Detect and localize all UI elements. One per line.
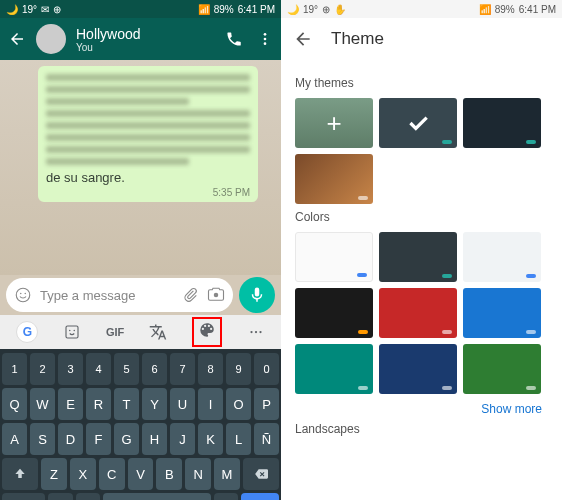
- message-input-bar: Type a message: [0, 275, 281, 315]
- back-icon[interactable]: [293, 29, 313, 49]
- status-bar: 🌙19°⊕✋ 📶89%6:41 PM: [281, 0, 562, 18]
- chat-area: de su sangre. 5:35 PM: [0, 60, 281, 275]
- key-symbols[interactable]: ?123: [2, 493, 45, 500]
- call-icon[interactable]: [225, 30, 243, 48]
- key-backspace[interactable]: [243, 458, 279, 490]
- page-title: Theme: [331, 29, 384, 49]
- key-k[interactable]: K: [198, 423, 223, 455]
- key-c[interactable]: C: [99, 458, 125, 490]
- key-i[interactable]: I: [198, 388, 223, 420]
- section-landscapes: Landscapes: [295, 422, 548, 436]
- theme-tile[interactable]: [463, 98, 541, 148]
- svg-point-9: [250, 331, 252, 333]
- emoji-icon[interactable]: [14, 286, 32, 304]
- svg-point-2: [264, 42, 267, 45]
- key-e[interactable]: E: [58, 388, 83, 420]
- theme-tile-red[interactable]: [379, 288, 457, 338]
- key-w[interactable]: W: [30, 388, 55, 420]
- theme-tile-blue[interactable]: [463, 288, 541, 338]
- theme-add[interactable]: +: [295, 98, 373, 148]
- svg-point-4: [20, 293, 22, 295]
- theme-tile-charcoal[interactable]: [379, 232, 457, 282]
- key-p[interactable]: P: [254, 388, 279, 420]
- status-bar: 🌙19°✉⊕ 📶89%6:41 PM: [0, 0, 281, 18]
- theme-tile-navy[interactable]: [379, 344, 457, 394]
- menu-icon[interactable]: [257, 30, 273, 48]
- key-1[interactable]: 1: [2, 353, 27, 385]
- key-h[interactable]: H: [142, 423, 167, 455]
- key-q[interactable]: Q: [2, 388, 27, 420]
- theme-tile-black[interactable]: [295, 288, 373, 338]
- section-colors: Colors: [295, 210, 548, 224]
- key-o[interactable]: O: [226, 388, 251, 420]
- camera-icon[interactable]: [207, 286, 225, 304]
- sticker-icon[interactable]: [63, 323, 81, 341]
- key-f[interactable]: F: [86, 423, 111, 455]
- back-icon[interactable]: [8, 30, 26, 48]
- translate-icon[interactable]: [149, 323, 167, 341]
- message-text: de su sangre.: [46, 170, 250, 185]
- svg-rect-6: [66, 326, 78, 338]
- key-s[interactable]: S: [30, 423, 55, 455]
- key-z[interactable]: Z: [41, 458, 67, 490]
- key-5[interactable]: 5: [114, 353, 139, 385]
- svg-point-5: [25, 293, 27, 295]
- key-9[interactable]: 9: [226, 353, 251, 385]
- key-u[interactable]: U: [170, 388, 195, 420]
- key-0[interactable]: 0: [254, 353, 279, 385]
- key-y[interactable]: Y: [142, 388, 167, 420]
- contact-name: Hollywood: [76, 26, 215, 42]
- svg-point-3: [16, 288, 30, 302]
- avatar[interactable]: [36, 24, 66, 54]
- key-v[interactable]: V: [128, 458, 154, 490]
- theme-button-highlight: [192, 317, 222, 347]
- key-t[interactable]: T: [114, 388, 139, 420]
- theme-tile[interactable]: [295, 154, 373, 204]
- key-enter[interactable]: [241, 493, 279, 500]
- key-2[interactable]: 2: [30, 353, 55, 385]
- key-m[interactable]: M: [214, 458, 240, 490]
- theme-icon[interactable]: [198, 321, 216, 339]
- key-3[interactable]: 3: [58, 353, 83, 385]
- key-period[interactable]: .: [214, 493, 238, 500]
- key-n[interactable]: N: [185, 458, 211, 490]
- theme-tile-teal[interactable]: [295, 344, 373, 394]
- key-d[interactable]: D: [58, 423, 83, 455]
- message-input[interactable]: Type a message: [6, 278, 233, 312]
- key-l[interactable]: L: [226, 423, 251, 455]
- gboard-suggestion-strip: G GIF: [0, 315, 281, 349]
- key-j[interactable]: J: [170, 423, 195, 455]
- key-8[interactable]: 8: [198, 353, 223, 385]
- key-a[interactable]: A: [2, 423, 27, 455]
- svg-point-0: [264, 33, 267, 36]
- gif-button[interactable]: GIF: [106, 326, 124, 338]
- svg-point-8: [74, 330, 76, 332]
- key-shift[interactable]: [2, 458, 38, 490]
- key-space[interactable]: ES · EN: [103, 493, 211, 500]
- svg-point-7: [69, 330, 71, 332]
- show-more-link[interactable]: Show more: [295, 402, 542, 416]
- key-4[interactable]: 4: [86, 353, 111, 385]
- contact-title[interactable]: Hollywood You: [76, 26, 215, 53]
- message-bubble[interactable]: de su sangre. 5:35 PM: [38, 66, 258, 202]
- theme-tile-white[interactable]: [295, 232, 373, 282]
- mic-button[interactable]: [239, 277, 275, 313]
- key-g[interactable]: G: [114, 423, 139, 455]
- attach-icon[interactable]: [181, 286, 199, 304]
- key-r[interactable]: R: [86, 388, 111, 420]
- google-icon[interactable]: G: [16, 321, 38, 343]
- key-x[interactable]: X: [70, 458, 96, 490]
- key-7[interactable]: 7: [170, 353, 195, 385]
- theme-current[interactable]: [379, 98, 457, 148]
- message-time: 5:35 PM: [46, 187, 250, 198]
- key-enye[interactable]: Ñ: [254, 423, 279, 455]
- keyboard: 1 2 3 4 5 6 7 8 9 0 Q W E R T Y U I O P …: [0, 349, 281, 500]
- key-6[interactable]: 6: [142, 353, 167, 385]
- theme-tile-light[interactable]: [463, 232, 541, 282]
- theme-tile-green[interactable]: [463, 344, 541, 394]
- key-emoji[interactable]: ☺: [76, 493, 100, 500]
- key-b[interactable]: B: [156, 458, 182, 490]
- key-comma[interactable]: ,: [48, 493, 72, 500]
- more-icon[interactable]: [247, 323, 265, 341]
- input-placeholder: Type a message: [40, 288, 173, 303]
